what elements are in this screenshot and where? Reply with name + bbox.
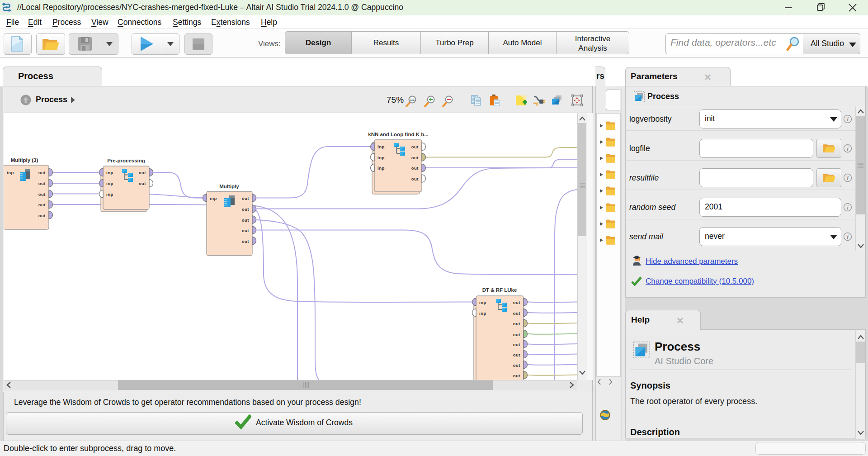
svg-text:out: out [513, 321, 521, 326]
svg-text:1:1: 1:1 [410, 98, 415, 101]
svg-text:Pre-processing: Pre-processing [107, 158, 145, 163]
svg-text:out: out [242, 228, 250, 233]
svg-text:inp: inp [106, 181, 113, 186]
svg-text:inp: inp [106, 192, 113, 197]
svg-text:out: out [242, 207, 250, 212]
svg-text:Multiply: Multiply [219, 184, 239, 189]
svg-text:Multiply (3): Multiply (3) [11, 157, 38, 163]
svg-text:out: out [38, 181, 46, 186]
svg-text:out: out [513, 342, 521, 347]
svg-text:out: out [139, 170, 146, 175]
svg-text:out: out [411, 176, 419, 181]
svg-text:out: out [411, 144, 419, 149]
svg-text:out: out [513, 300, 521, 305]
svg-text:kNN and Loop find K b...: kNN and Loop find K b... [368, 132, 429, 137]
svg-text:i: i [847, 233, 849, 240]
svg-text:inp: inp [377, 166, 385, 171]
svg-text:out: out [513, 311, 521, 316]
svg-text:inp: inp [7, 170, 14, 175]
svg-text:out: out [513, 352, 521, 357]
svg-text:out: out [513, 363, 521, 368]
svg-text:out: out [242, 196, 250, 201]
svg-text:out: out [242, 239, 250, 244]
svg-text:inp: inp [377, 144, 385, 149]
svg-text:i: i [847, 145, 849, 152]
svg-text:inp: inp [479, 300, 486, 305]
svg-text:i: i [847, 116, 849, 123]
svg-text:out: out [38, 202, 46, 207]
svg-text:inp: inp [377, 155, 385, 160]
svg-text:out: out [38, 170, 46, 175]
svg-text:inp: inp [210, 196, 217, 201]
svg-text:out: out [411, 166, 419, 171]
svg-text:DT & RF LUke: DT & RF LUke [482, 287, 517, 293]
svg-text:out: out [411, 155, 419, 160]
svg-text:out: out [38, 192, 46, 197]
svg-text:inp: inp [479, 311, 486, 316]
svg-text:out: out [139, 181, 146, 186]
svg-text:out: out [242, 218, 250, 223]
svg-text:out: out [513, 373, 521, 378]
svg-text:inp: inp [106, 170, 113, 175]
svg-text:out: out [513, 332, 521, 337]
svg-text:i: i [847, 175, 849, 181]
svg-text:out: out [38, 213, 46, 218]
svg-text:i: i [847, 204, 849, 211]
